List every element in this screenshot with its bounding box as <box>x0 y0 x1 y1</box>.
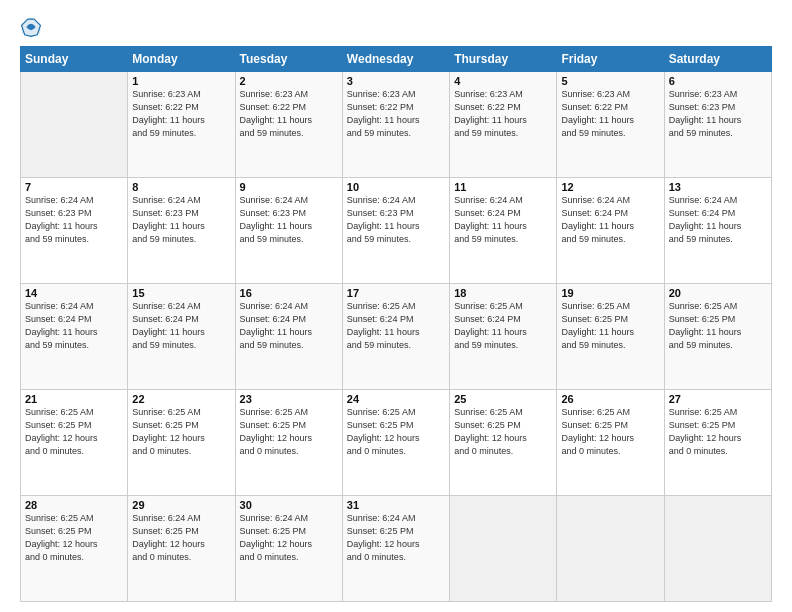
day-info: Sunrise: 6:24 AM Sunset: 6:23 PM Dayligh… <box>25 194 123 246</box>
day-info: Sunrise: 6:25 AM Sunset: 6:25 PM Dayligh… <box>132 406 230 458</box>
calendar-cell: 2Sunrise: 6:23 AM Sunset: 6:22 PM Daylig… <box>235 72 342 178</box>
day-info: Sunrise: 6:24 AM Sunset: 6:25 PM Dayligh… <box>347 512 445 564</box>
calendar-cell: 31Sunrise: 6:24 AM Sunset: 6:25 PM Dayli… <box>342 496 449 602</box>
calendar-cell: 9Sunrise: 6:24 AM Sunset: 6:23 PM Daylig… <box>235 178 342 284</box>
day-info: Sunrise: 6:24 AM Sunset: 6:25 PM Dayligh… <box>132 512 230 564</box>
day-info: Sunrise: 6:24 AM Sunset: 6:24 PM Dayligh… <box>561 194 659 246</box>
day-number: 9 <box>240 181 338 193</box>
day-info: Sunrise: 6:25 AM Sunset: 6:25 PM Dayligh… <box>347 406 445 458</box>
calendar-cell: 25Sunrise: 6:25 AM Sunset: 6:25 PM Dayli… <box>450 390 557 496</box>
day-number: 10 <box>347 181 445 193</box>
day-number: 12 <box>561 181 659 193</box>
calendar-week-row: 28Sunrise: 6:25 AM Sunset: 6:25 PM Dayli… <box>21 496 772 602</box>
calendar-cell: 22Sunrise: 6:25 AM Sunset: 6:25 PM Dayli… <box>128 390 235 496</box>
calendar-cell: 1Sunrise: 6:23 AM Sunset: 6:22 PM Daylig… <box>128 72 235 178</box>
day-info: Sunrise: 6:24 AM Sunset: 6:23 PM Dayligh… <box>240 194 338 246</box>
weekday-header: Sunday <box>21 47 128 72</box>
weekday-header: Saturday <box>664 47 771 72</box>
day-number: 31 <box>347 499 445 511</box>
day-info: Sunrise: 6:24 AM Sunset: 6:24 PM Dayligh… <box>454 194 552 246</box>
calendar-cell: 3Sunrise: 6:23 AM Sunset: 6:22 PM Daylig… <box>342 72 449 178</box>
weekday-header: Monday <box>128 47 235 72</box>
day-number: 20 <box>669 287 767 299</box>
logo <box>20 16 46 38</box>
calendar-cell: 18Sunrise: 6:25 AM Sunset: 6:24 PM Dayli… <box>450 284 557 390</box>
day-info: Sunrise: 6:25 AM Sunset: 6:25 PM Dayligh… <box>25 406 123 458</box>
calendar-table: SundayMondayTuesdayWednesdayThursdayFrid… <box>20 46 772 602</box>
calendar-cell <box>557 496 664 602</box>
day-number: 5 <box>561 75 659 87</box>
day-number: 15 <box>132 287 230 299</box>
day-number: 30 <box>240 499 338 511</box>
page: SundayMondayTuesdayWednesdayThursdayFrid… <box>0 0 792 612</box>
calendar-cell: 23Sunrise: 6:25 AM Sunset: 6:25 PM Dayli… <box>235 390 342 496</box>
calendar-cell: 5Sunrise: 6:23 AM Sunset: 6:22 PM Daylig… <box>557 72 664 178</box>
day-info: Sunrise: 6:25 AM Sunset: 6:25 PM Dayligh… <box>561 406 659 458</box>
calendar-week-row: 1Sunrise: 6:23 AM Sunset: 6:22 PM Daylig… <box>21 72 772 178</box>
day-number: 6 <box>669 75 767 87</box>
day-info: Sunrise: 6:24 AM Sunset: 6:24 PM Dayligh… <box>669 194 767 246</box>
day-number: 29 <box>132 499 230 511</box>
calendar-cell: 24Sunrise: 6:25 AM Sunset: 6:25 PM Dayli… <box>342 390 449 496</box>
weekday-header: Tuesday <box>235 47 342 72</box>
calendar-cell: 14Sunrise: 6:24 AM Sunset: 6:24 PM Dayli… <box>21 284 128 390</box>
day-number: 3 <box>347 75 445 87</box>
weekday-header: Wednesday <box>342 47 449 72</box>
calendar-cell: 15Sunrise: 6:24 AM Sunset: 6:24 PM Dayli… <box>128 284 235 390</box>
day-number: 17 <box>347 287 445 299</box>
calendar-cell: 16Sunrise: 6:24 AM Sunset: 6:24 PM Dayli… <box>235 284 342 390</box>
day-info: Sunrise: 6:23 AM Sunset: 6:22 PM Dayligh… <box>132 88 230 140</box>
day-info: Sunrise: 6:24 AM Sunset: 6:25 PM Dayligh… <box>240 512 338 564</box>
day-number: 19 <box>561 287 659 299</box>
calendar-cell: 27Sunrise: 6:25 AM Sunset: 6:25 PM Dayli… <box>664 390 771 496</box>
calendar-cell: 29Sunrise: 6:24 AM Sunset: 6:25 PM Dayli… <box>128 496 235 602</box>
weekday-header: Friday <box>557 47 664 72</box>
calendar-cell: 8Sunrise: 6:24 AM Sunset: 6:23 PM Daylig… <box>128 178 235 284</box>
calendar-week-row: 14Sunrise: 6:24 AM Sunset: 6:24 PM Dayli… <box>21 284 772 390</box>
day-info: Sunrise: 6:25 AM Sunset: 6:24 PM Dayligh… <box>347 300 445 352</box>
day-number: 1 <box>132 75 230 87</box>
day-info: Sunrise: 6:25 AM Sunset: 6:25 PM Dayligh… <box>25 512 123 564</box>
day-number: 24 <box>347 393 445 405</box>
calendar-cell: 20Sunrise: 6:25 AM Sunset: 6:25 PM Dayli… <box>664 284 771 390</box>
day-info: Sunrise: 6:24 AM Sunset: 6:24 PM Dayligh… <box>240 300 338 352</box>
calendar-cell: 10Sunrise: 6:24 AM Sunset: 6:23 PM Dayli… <box>342 178 449 284</box>
day-number: 8 <box>132 181 230 193</box>
day-info: Sunrise: 6:25 AM Sunset: 6:25 PM Dayligh… <box>454 406 552 458</box>
day-info: Sunrise: 6:24 AM Sunset: 6:23 PM Dayligh… <box>132 194 230 246</box>
day-info: Sunrise: 6:25 AM Sunset: 6:25 PM Dayligh… <box>240 406 338 458</box>
day-number: 11 <box>454 181 552 193</box>
day-info: Sunrise: 6:23 AM Sunset: 6:22 PM Dayligh… <box>454 88 552 140</box>
calendar-cell: 26Sunrise: 6:25 AM Sunset: 6:25 PM Dayli… <box>557 390 664 496</box>
day-number: 27 <box>669 393 767 405</box>
calendar-week-row: 7Sunrise: 6:24 AM Sunset: 6:23 PM Daylig… <box>21 178 772 284</box>
calendar-cell: 11Sunrise: 6:24 AM Sunset: 6:24 PM Dayli… <box>450 178 557 284</box>
day-info: Sunrise: 6:24 AM Sunset: 6:24 PM Dayligh… <box>25 300 123 352</box>
day-info: Sunrise: 6:23 AM Sunset: 6:23 PM Dayligh… <box>669 88 767 140</box>
day-number: 4 <box>454 75 552 87</box>
day-info: Sunrise: 6:24 AM Sunset: 6:24 PM Dayligh… <box>132 300 230 352</box>
day-number: 25 <box>454 393 552 405</box>
calendar-week-row: 21Sunrise: 6:25 AM Sunset: 6:25 PM Dayli… <box>21 390 772 496</box>
calendar-cell <box>450 496 557 602</box>
day-info: Sunrise: 6:25 AM Sunset: 6:24 PM Dayligh… <box>454 300 552 352</box>
calendar-cell: 7Sunrise: 6:24 AM Sunset: 6:23 PM Daylig… <box>21 178 128 284</box>
day-info: Sunrise: 6:23 AM Sunset: 6:22 PM Dayligh… <box>240 88 338 140</box>
day-info: Sunrise: 6:24 AM Sunset: 6:23 PM Dayligh… <box>347 194 445 246</box>
day-info: Sunrise: 6:25 AM Sunset: 6:25 PM Dayligh… <box>669 406 767 458</box>
calendar-header-row: SundayMondayTuesdayWednesdayThursdayFrid… <box>21 47 772 72</box>
day-number: 16 <box>240 287 338 299</box>
day-info: Sunrise: 6:23 AM Sunset: 6:22 PM Dayligh… <box>561 88 659 140</box>
day-number: 21 <box>25 393 123 405</box>
calendar-cell: 6Sunrise: 6:23 AM Sunset: 6:23 PM Daylig… <box>664 72 771 178</box>
calendar-cell: 30Sunrise: 6:24 AM Sunset: 6:25 PM Dayli… <box>235 496 342 602</box>
calendar-cell: 4Sunrise: 6:23 AM Sunset: 6:22 PM Daylig… <box>450 72 557 178</box>
day-number: 26 <box>561 393 659 405</box>
weekday-header: Thursday <box>450 47 557 72</box>
day-info: Sunrise: 6:25 AM Sunset: 6:25 PM Dayligh… <box>561 300 659 352</box>
calendar-cell <box>664 496 771 602</box>
calendar-cell: 21Sunrise: 6:25 AM Sunset: 6:25 PM Dayli… <box>21 390 128 496</box>
day-number: 7 <box>25 181 123 193</box>
calendar-cell <box>21 72 128 178</box>
day-number: 23 <box>240 393 338 405</box>
